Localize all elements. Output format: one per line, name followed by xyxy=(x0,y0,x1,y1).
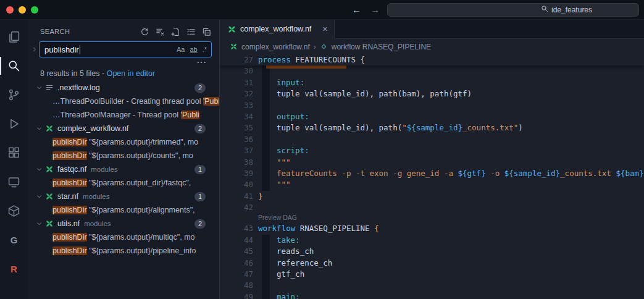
breadcrumb-symbol[interactable]: workflow RNASEQ_PIPELINE xyxy=(332,43,431,51)
search-details-row: ··· xyxy=(28,57,219,65)
command-center-text: ide_features xyxy=(551,6,592,14)
code-line-33[interactable]: 33 xyxy=(220,100,644,111)
code-editor[interactable]: 3031input:32tuple val(sample_id), path(b… xyxy=(220,54,644,299)
clear-search-results-button[interactable] xyxy=(154,26,165,37)
chevron-down-icon[interactable] xyxy=(35,220,45,228)
log-icon xyxy=(45,83,55,92)
code-line-39[interactable]: 39featureCounts -p -t exon -g gene_id -a… xyxy=(220,168,644,179)
code-line-49[interactable]: 49main: xyxy=(220,292,644,299)
workflow-symbol-icon xyxy=(320,43,328,51)
code-line-44[interactable]: 44take: xyxy=(220,235,644,246)
line-number: 37 xyxy=(220,145,253,156)
line-number: 40 xyxy=(220,179,253,190)
activity-search-icon[interactable] xyxy=(0,51,28,80)
close-window-button[interactable] xyxy=(6,6,14,14)
code-line-38[interactable]: 38""" xyxy=(220,157,644,168)
match-result-row[interactable]: …ThreadPoolManager - Thread pool 'Publi xyxy=(28,108,219,122)
line-number: 49 xyxy=(220,292,253,299)
line-number: 41 xyxy=(220,191,253,202)
search-sidebar: SEARCH publishdir Aa ab .* ··· xyxy=(28,20,219,299)
history-nav: ← → xyxy=(352,4,380,15)
match-result-row[interactable]: …ThreadPoolBuilder - Creating thread poo… xyxy=(28,95,219,108)
result-count-badge: 1 xyxy=(194,192,206,201)
sticky-scroll-line[interactable]: 27process FEATURECOUNTS { xyxy=(220,54,644,65)
file-result-row[interactable]: complex_workflow.nf2 xyxy=(28,122,219,135)
file-name: star.nf xyxy=(57,192,78,201)
nextflow-icon xyxy=(227,25,236,34)
activity-run-and-debug-icon[interactable] xyxy=(0,109,28,138)
code-line-40[interactable]: 40""" xyxy=(220,179,644,190)
whole-word-button[interactable]: ab xyxy=(188,44,199,54)
match-result-row[interactable]: publishDir "${params.output}/multiqc", m… xyxy=(28,230,219,244)
open-in-editor-link[interactable]: Open in editor xyxy=(107,69,156,78)
code-line-42[interactable]: 42 xyxy=(220,202,644,213)
text-caret xyxy=(80,45,80,54)
file-result-row[interactable]: star.nfmodules1 xyxy=(28,190,219,203)
result-count-badge: 1 xyxy=(194,165,206,174)
regex-button[interactable]: .* xyxy=(201,44,209,54)
code-line-35[interactable]: 35tuple val(sample_id), path("${sample_i… xyxy=(220,122,644,133)
match-highlight: publishDir xyxy=(52,138,87,146)
match-result-row[interactable]: publishDir "${params.output}/trimmed", m… xyxy=(28,135,219,149)
minimize-window-button[interactable] xyxy=(19,6,26,14)
line-number: 34 xyxy=(220,111,253,122)
view-as-list-button[interactable] xyxy=(185,26,196,37)
forward-button[interactable]: → xyxy=(370,4,380,15)
tab-bar: complex_workflow.nf × xyxy=(220,20,644,39)
zoom-window-button[interactable] xyxy=(31,6,38,14)
chevron-down-icon[interactable] xyxy=(35,84,45,92)
code-line-41[interactable]: 41} xyxy=(220,191,644,202)
toggle-search-details-button[interactable]: ··· xyxy=(197,59,207,65)
chevron-down-icon[interactable] xyxy=(35,125,45,133)
match-result-row[interactable]: publishDir "${params.output}/counts", mo xyxy=(28,149,219,162)
activity-gitlens[interactable]: G xyxy=(0,225,28,255)
activity-source-control-icon[interactable] xyxy=(0,80,28,109)
code-line-47[interactable]: 47gtf_ch xyxy=(220,269,644,280)
codelens-preview-dag[interactable]: Preview DAG xyxy=(220,213,644,223)
activity-explorer-icon[interactable] xyxy=(0,22,28,51)
breadcrumb: complex_workflow.nf › workflow RNASEQ_PI… xyxy=(220,39,644,54)
sidebar-header: SEARCH xyxy=(28,20,219,40)
code-line-46[interactable]: 46reference_ch xyxy=(220,258,644,269)
match-result-row[interactable]: publishDir "${params.output_dir}/fastqc"… xyxy=(28,176,219,190)
code-line-37[interactable]: 37script: xyxy=(220,145,644,156)
results-summary: 8 results in 5 files - Open in editor xyxy=(28,65,219,81)
file-description: modules xyxy=(91,166,117,173)
toggle-replace-button[interactable] xyxy=(30,46,39,53)
file-result-row[interactable]: utils.nfmodules2 xyxy=(28,217,219,230)
activity-r-extension[interactable]: R xyxy=(0,255,28,284)
line-number: 30 xyxy=(220,65,253,77)
file-result-row[interactable]: fastqc.nfmodules1 xyxy=(28,162,219,176)
file-name: .nextflow.log xyxy=(57,83,100,92)
result-count-badge: 2 xyxy=(194,124,206,133)
search-input[interactable]: publishdir Aa ab .* xyxy=(39,41,212,57)
results-summary-text: 8 results in 5 files - xyxy=(40,69,107,78)
file-result-row[interactable]: .nextflow.log2 xyxy=(28,81,219,95)
code-line-31[interactable]: 31input: xyxy=(220,77,644,88)
match-case-button[interactable]: Aa xyxy=(175,44,186,54)
code-line-32[interactable]: 32tuple val(sample_id), path(bam), path(… xyxy=(220,88,644,99)
match-result-row[interactable]: publishDir "${params.output}/pipeline_in… xyxy=(28,244,219,258)
tab-complex-workflow[interactable]: complex_workflow.nf × xyxy=(220,20,335,39)
breadcrumb-file[interactable]: complex_workflow.nf xyxy=(241,43,310,51)
refresh-button[interactable] xyxy=(139,26,150,37)
close-tab-button[interactable]: × xyxy=(322,24,327,34)
back-button[interactable]: ← xyxy=(352,4,361,15)
code-line-48[interactable]: 48 xyxy=(220,280,644,291)
match-highlight: publishDir xyxy=(52,151,87,160)
activity-extensions-icon[interactable] xyxy=(0,138,28,167)
code-line-34[interactable]: 34output: xyxy=(220,111,644,122)
line-number: 31 xyxy=(220,77,253,88)
open-new-search-editor-button[interactable] xyxy=(170,26,181,37)
code-line-43[interactable]: 43workflow RNASEQ_PIPELINE { xyxy=(220,223,644,234)
chevron-down-icon[interactable] xyxy=(35,193,45,201)
code-line-36[interactable]: 36 xyxy=(220,134,644,145)
command-center-search[interactable]: ide_features xyxy=(387,3,639,17)
match-result-row[interactable]: publishDir "${params.output}/alignments"… xyxy=(28,203,219,217)
collapse-all-button[interactable] xyxy=(201,26,212,37)
activity-containers-icon[interactable] xyxy=(0,196,28,225)
file-description: modules xyxy=(84,220,111,227)
code-line-45[interactable]: 45reads_ch xyxy=(220,246,644,257)
activity-remote-explorer-icon[interactable] xyxy=(0,167,28,196)
chevron-down-icon[interactable] xyxy=(35,166,45,174)
